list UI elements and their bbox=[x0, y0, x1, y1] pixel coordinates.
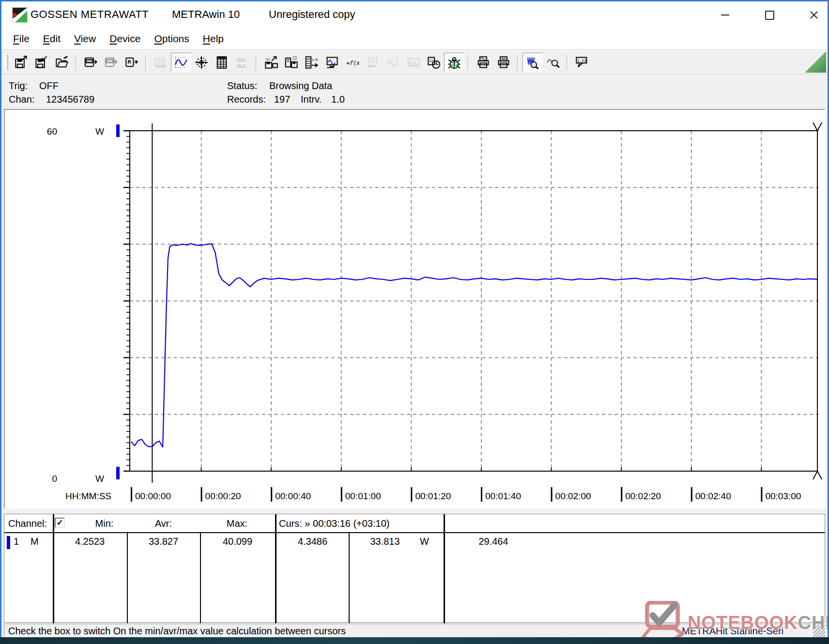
x-tick-label: 00:02:00 bbox=[555, 491, 591, 501]
toolbar-button-chart-view[interactable] bbox=[171, 53, 191, 72]
interval-label: Intrv. bbox=[301, 94, 322, 105]
close-button[interactable] bbox=[801, 5, 827, 25]
toolbar-button-zoom-in-wave[interactable] bbox=[522, 53, 543, 72]
minimize-icon bbox=[721, 15, 729, 15]
channel-column-header: Channel: bbox=[8, 518, 47, 529]
max-column-header: Max: bbox=[215, 518, 260, 529]
toolbar-button-bug[interactable] bbox=[444, 53, 464, 72]
data-store-icon bbox=[285, 56, 298, 69]
toolbar-button-wave-zoom[interactable] bbox=[403, 53, 424, 72]
histogram-view-icon bbox=[235, 56, 249, 69]
toolbar-button-floppy-export[interactable] bbox=[11, 53, 31, 72]
svg-text:1257: 1257 bbox=[156, 61, 164, 64]
x-tick-bar bbox=[761, 487, 762, 502]
toolbar-button-histogram-view[interactable] bbox=[232, 53, 252, 72]
x-tick-label: 00:01:40 bbox=[485, 491, 521, 501]
toolbar-button-floppy-import[interactable] bbox=[31, 53, 52, 72]
toolbar-button-file-transfer[interactable] bbox=[261, 53, 281, 72]
cursor-2-bottom-handle[interactable] bbox=[813, 471, 822, 479]
metrawin-window: GOSSEN METRAWATT METRAwin 10 Unregistere… bbox=[0, 0, 829, 644]
x-tick-bar bbox=[131, 487, 132, 502]
menu-edit[interactable]: Edit bbox=[36, 31, 67, 46]
toolbar-button-formula[interactable]: =f(x) bbox=[342, 53, 363, 72]
toolbar-button-numeric-display[interactable]: 1257 bbox=[151, 53, 171, 72]
toolbar-button-polar-view[interactable] bbox=[191, 53, 212, 72]
x-tick-label: 00:00:40 bbox=[275, 491, 311, 501]
toolbar-button-table-view[interactable] bbox=[212, 53, 232, 72]
toolbar-separator bbox=[468, 55, 470, 70]
channel-marker-top[interactable] bbox=[116, 124, 120, 137]
records-label: Records: bbox=[227, 94, 266, 105]
toolbar-button-value-label[interactable]: 1.23 bbox=[572, 53, 592, 72]
x-tick-bar bbox=[411, 487, 412, 502]
power-chart[interactable]: 60W0WHH:MM:SS00:00:0000:00:2000:00:4000:… bbox=[5, 110, 824, 508]
y-axis-min-label: 0 bbox=[52, 474, 57, 484]
data-line-channel-1 bbox=[131, 244, 817, 447]
toolbar-button-zoom-out-wave[interactable] bbox=[543, 53, 563, 72]
menu-help[interactable]: Help bbox=[196, 31, 230, 46]
toolbar-button-device-read-321[interactable]: 321 bbox=[81, 53, 101, 72]
toolbar-separator bbox=[567, 55, 568, 70]
title-bar[interactable]: GOSSEN METRAWATT METRAwin 10 Unregistere… bbox=[1, 1, 828, 28]
table-divider bbox=[275, 514, 276, 623]
toolbar-button-device-321[interactable]: 321 bbox=[363, 53, 383, 72]
avr-value: 33.827 bbox=[127, 536, 200, 547]
channel-mode: M bbox=[31, 536, 39, 547]
device-read-321-icon: 321 bbox=[84, 56, 98, 69]
trig-label: Trig: bbox=[9, 80, 28, 92]
toolbar-button-print[interactable] bbox=[493, 53, 514, 72]
menu-device[interactable]: Device bbox=[103, 31, 147, 46]
device-write-321-icon: 321 bbox=[105, 56, 118, 69]
table-divider bbox=[444, 514, 445, 623]
x-tick-bar bbox=[481, 487, 482, 502]
toolbar-button-device-write-321[interactable]: 321 bbox=[101, 53, 122, 72]
toolbar-separator bbox=[145, 55, 147, 70]
channel-marker-bottom[interactable] bbox=[116, 467, 120, 479]
menu-file[interactable]: File bbox=[6, 31, 36, 46]
svg-text:321: 321 bbox=[370, 60, 376, 63]
x-tick-bar bbox=[201, 487, 202, 502]
cursor1-value: 4.3486 bbox=[276, 536, 349, 547]
svg-text:1.23: 1.23 bbox=[577, 58, 586, 62]
minmax-checkbox[interactable]: ✓ bbox=[55, 518, 65, 528]
x-tick-bar bbox=[271, 487, 272, 502]
menu-view[interactable]: View bbox=[67, 31, 103, 46]
desktop-strip bbox=[0, 637, 829, 644]
toolbar-button-timer[interactable]: 12 bbox=[424, 53, 444, 72]
svg-text:1:M: 1:M bbox=[312, 58, 318, 61]
x-tick-label: 00:01:00 bbox=[345, 491, 381, 501]
menu-options[interactable]: Options bbox=[147, 31, 196, 46]
resize-grip[interactable] bbox=[814, 624, 825, 639]
toolbar-grip[interactable] bbox=[4, 55, 8, 70]
memory-read-icon: M bbox=[125, 56, 138, 69]
toolbar-button-memory-read[interactable]: M bbox=[122, 53, 142, 72]
toolbar-button-channel-config[interactable]: 1:M bbox=[302, 53, 322, 72]
online-monitor-icon bbox=[325, 56, 339, 69]
maximize-icon bbox=[765, 11, 774, 20]
x-tick-bar bbox=[691, 487, 692, 502]
records-value: 197 bbox=[274, 94, 290, 105]
toolbar-button-folder-open[interactable] bbox=[52, 53, 72, 72]
max-value: 40.099 bbox=[200, 536, 275, 547]
polar-view-icon bbox=[195, 56, 208, 69]
toolbar-button-wave-cursor[interactable] bbox=[383, 53, 403, 72]
wave-zoom-icon bbox=[407, 56, 420, 69]
trig-value: OFF bbox=[39, 80, 59, 92]
cursor2-value: 33.813 bbox=[349, 536, 421, 547]
print-preview-icon bbox=[476, 56, 490, 69]
checkbox-check-icon: ✓ bbox=[56, 518, 63, 528]
cursor-readout-header: Curs: » 00:03:16 (+03:10) bbox=[279, 518, 389, 529]
toolbar-separator bbox=[256, 55, 258, 70]
zoom-in-wave-icon bbox=[526, 56, 539, 69]
toolbar-button-data-store[interactable] bbox=[281, 53, 302, 72]
cursor-2-top-handle[interactable] bbox=[813, 123, 822, 131]
measurement-table: Channel: ✓ Min: Avr: Max: Curs: » 00:03:… bbox=[4, 514, 825, 623]
timer-icon: 12 bbox=[427, 56, 441, 69]
toolbar-button-print-preview[interactable] bbox=[473, 53, 493, 72]
minimize-button[interactable] bbox=[712, 5, 737, 25]
chart-view-icon bbox=[174, 56, 188, 69]
toolbar-button-online-monitor[interactable] bbox=[322, 53, 342, 72]
maximize-button[interactable] bbox=[757, 5, 782, 25]
cursor-diff-value: 29.464 bbox=[467, 536, 520, 547]
x-tick-bar bbox=[551, 487, 553, 502]
